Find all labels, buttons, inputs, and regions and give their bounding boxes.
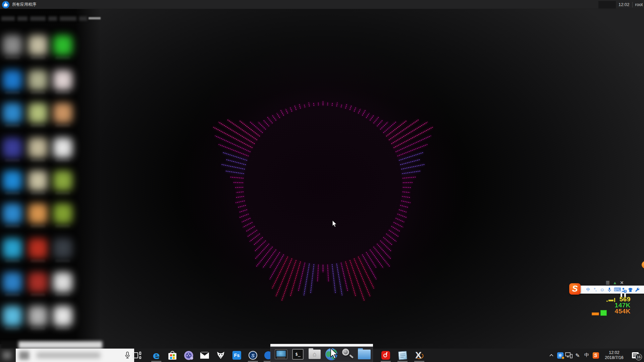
search-blur-smudge [19,351,29,360]
settings-wrench-icon[interactable] [635,286,640,293]
sidebar-band-item [79,16,87,21]
notepad-icon[interactable] [395,349,410,362]
app-icon-blob[interactable] [28,171,48,191]
running-indicator [151,361,161,362]
orange-meter-icon [592,312,599,315]
app-label-blurred [55,260,70,262]
app-icon-blob[interactable] [53,238,72,258]
tray-chevron-icon[interactable] [547,349,555,362]
app-label-blurred [5,327,20,330]
app-icon-blob[interactable] [3,272,22,292]
tray-ime-indicator[interactable]: 中 [582,349,591,362]
dock-show-desktop-icon[interactable] [274,348,288,361]
tray-sogou-icon[interactable]: S [591,349,600,362]
floating-dock: $_ ⌂ [270,344,373,362]
close-icon[interactable]: ✕ [620,281,624,285]
app-icon-blob[interactable] [28,306,48,326]
start-button[interactable] [0,349,16,362]
foobar2000-icon[interactable] [213,349,228,362]
app-icon-blob[interactable] [53,103,72,123]
app-icon-blob[interactable] [3,171,22,191]
app-label-blurred [31,57,45,59]
app-icon-blob[interactable] [53,306,72,326]
faststone-icon[interactable]: Fs [229,349,245,362]
emoji-icon[interactable]: ☺ [600,286,605,293]
app-icon-blob[interactable] [53,35,72,55]
app-icon-blob[interactable] [28,70,48,90]
tray-network-icon[interactable] [565,349,573,362]
punctuation-icon[interactable]: °, [593,286,598,293]
app-icon-blob[interactable] [3,238,22,258]
all-apps-launcher-button[interactable]: 所有应用程序 [2,1,36,8]
sogou-menu-row: ☰ ▲ ✕ [606,280,633,286]
app-icon-blob[interactable] [28,103,48,123]
collapse-up-icon[interactable]: ▲ [613,281,617,285]
xorg-icon[interactable]: X [412,349,427,362]
app-label-blurred [5,57,20,59]
microsoft-store-icon[interactable] [165,349,180,362]
account-badge: 6 [624,290,627,293]
stat-row-download: 454K [584,308,631,314]
running-indicator [248,361,258,362]
app-label-blurred [31,92,45,94]
skin-icon[interactable] [628,286,633,293]
dock-file-manager-icon[interactable] [357,348,372,361]
all-apps-sidebar [0,9,101,344]
dock-terminal-icon[interactable]: $_ [290,348,305,361]
app-label-blurred [55,327,70,330]
app-icon-blob[interactable] [28,203,48,224]
sidebar-band-highlight [89,17,101,19]
stat-value: 454K [615,308,631,315]
sogou-logo-icon[interactable]: S [569,283,581,295]
account-icon[interactable]: 6 [621,286,626,293]
app-icon-blob[interactable] [3,306,22,326]
app-icon-blob[interactable] [53,171,72,191]
dock-mouse-cursor [330,348,338,359]
app-label-blurred [55,159,70,162]
notification-center-button[interactable]: 16 [628,349,643,362]
task-view-button[interactable] [129,349,145,362]
running-indicator [381,361,391,362]
notification-count-badge: 16 [635,354,642,360]
app-icon-blob[interactable] [3,203,22,224]
taskbar-search-input[interactable] [16,349,134,362]
mail-app-icon[interactable] [197,349,212,362]
voice-input-icon[interactable] [607,286,612,293]
topbar-indicator-box [598,1,616,8]
sidebar-band-item [48,16,57,21]
app-icon-blob[interactable] [28,138,48,158]
sogou-toolbar: 中 °, ☺ ⌨ 6 [574,286,644,294]
tray-clock[interactable]: 12:02 2018/7/16 [601,349,627,362]
soft-keyboard-icon[interactable]: ⌨ [614,286,619,293]
app-icon-blob[interactable] [28,272,48,292]
app-label-blurred [31,159,45,162]
app-label-blurred [31,225,45,227]
netease-music-icon[interactable] [378,349,393,362]
tray-sync-app-icon[interactable]: ✻ [556,349,565,362]
app-icon-blob[interactable] [53,272,72,292]
app-icon-blob[interactable] [3,103,22,123]
app-label-blurred [5,124,20,127]
top-bar: 所有应用程序 12:02 root [0,0,644,9]
app-icon-blob[interactable] [53,138,72,158]
movies-app-icon[interactable] [181,349,196,362]
chinese-mode-icon[interactable]: 中 [586,286,591,293]
dock-search-icon[interactable] [340,348,355,361]
sidebar-band-item [60,16,76,21]
dock-top-strip [270,344,373,347]
app-icon-blob[interactable] [28,238,48,258]
running-indicator [414,361,424,362]
app-icon-blob[interactable] [3,138,22,158]
tray-time: 12:02 [609,350,619,355]
app-icon-blob[interactable] [53,70,72,90]
menu-icon[interactable]: ☰ [606,281,610,285]
tray-ink-pen-icon[interactable]: ✎ [573,349,582,362]
app-icon-blob[interactable] [28,35,48,55]
sogou-browser-icon[interactable]: S [245,349,261,362]
edge-browser-icon[interactable]: e [149,349,164,362]
app-icon-blob[interactable] [3,70,22,90]
dock-home-folder-icon[interactable]: ⌂ [307,348,322,361]
app-icon-blob[interactable] [53,203,72,224]
topbar-clock: 12:02 [619,2,630,7]
app-icon-blob[interactable] [3,35,22,55]
